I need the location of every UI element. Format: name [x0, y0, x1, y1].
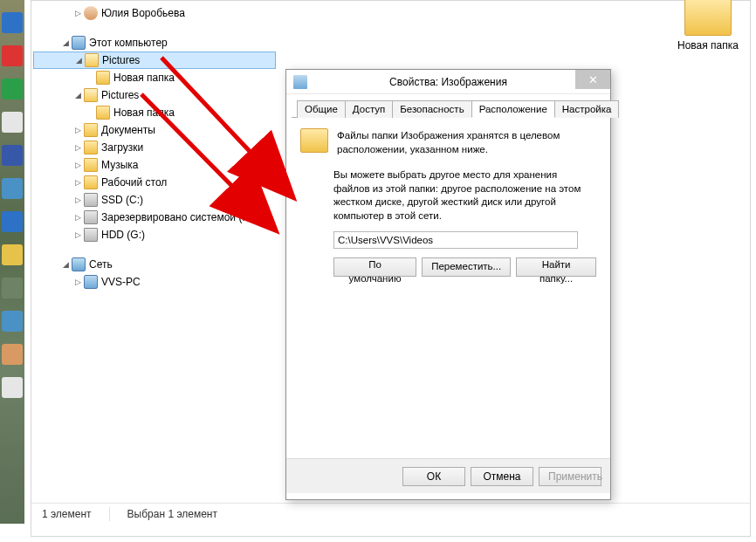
tree-label: Новая папка: [113, 72, 175, 84]
chevron-right-icon[interactable]: ▷: [72, 124, 84, 136]
dialog-titlebar[interactable]: Свойства: Изображения ✕: [286, 70, 610, 94]
move-button[interactable]: Переместить...: [422, 257, 511, 277]
drive-icon: [84, 210, 98, 224]
tree-item[interactable]: ▷Зарезервировано системой (F:): [33, 209, 276, 226]
tab-доступ[interactable]: Доступ: [345, 100, 393, 118]
status-selection: Выбран 1 элемент: [127, 508, 217, 520]
folder-icon: [96, 71, 110, 85]
tab-strip: ОбщиеДоступБезопасностьРасположениеНастр…: [292, 94, 605, 118]
chevron-right-icon[interactable]: ▷: [72, 176, 84, 189]
tree-item[interactable]: ◢Pictures: [33, 51, 276, 69]
tree-item-network-pc[interactable]: ▷ VVS-PC: [33, 273, 276, 291]
tree-item[interactable]: Новая папка: [33, 104, 276, 121]
restore-default-button[interactable]: По умолчанию: [333, 257, 416, 277]
tab-безопасность[interactable]: Безопасность: [392, 100, 471, 118]
tree-label: Этот компьютер: [89, 37, 168, 49]
tree-label: Рабочий стол: [101, 176, 167, 189]
info-text: Файлы папки Изображения хранятся в целев…: [337, 128, 596, 156]
tree-label: Новая папка: [113, 106, 175, 119]
desktop-shortcut[interactable]: [2, 112, 23, 133]
ok-button[interactable]: ОК: [402, 467, 465, 486]
find-target-button[interactable]: Найти папку...: [516, 257, 596, 277]
description-text: Вы можете выбрать другое место для хране…: [333, 168, 596, 223]
folder-icon: [84, 141, 98, 154]
chevron-down-icon[interactable]: ◢: [59, 258, 72, 271]
desktop-shortcut[interactable]: [2, 278, 23, 298]
tree-item[interactable]: ▷Музыка: [33, 156, 276, 174]
chevron-right-icon[interactable]: ▷: [72, 211, 84, 223]
tab-panel-location: Файлы папки Изображения хранятся в целев…: [286, 118, 610, 458]
close-icon: ✕: [588, 73, 598, 86]
close-button[interactable]: ✕: [575, 70, 610, 89]
user-icon: [84, 6, 98, 20]
desktop-shortcut[interactable]: [2, 344, 23, 365]
folder-icon: [84, 158, 98, 172]
chevron-down-icon[interactable]: ◢: [72, 54, 85, 66]
folder-icon: [300, 128, 328, 153]
path-input[interactable]: [333, 231, 578, 249]
tree-label: SSD (C:): [101, 194, 143, 206]
computer-icon: [72, 36, 86, 50]
tree-item[interactable]: ▷Документы: [33, 121, 276, 139]
dialog-title: Свойства: Изображения: [313, 76, 610, 88]
properties-dialog: Свойства: Изображения ✕ ОбщиеДоступБезоп…: [285, 69, 611, 500]
chevron-down-icon[interactable]: ◢: [72, 89, 84, 101]
chevron-right-icon[interactable]: ▷: [72, 194, 84, 206]
folder-icon: [84, 175, 98, 189]
tree-label: Pictures: [101, 89, 139, 101]
tree-item-computer[interactable]: ◢ Этот компьютер: [33, 34, 276, 51]
tree-label: Музыка: [101, 159, 138, 171]
tab-настройка[interactable]: Настройка: [554, 100, 620, 118]
folder-item[interactable]: Новая папка: [670, 0, 746, 51]
computer-icon: [84, 275, 98, 289]
desktop-shortcut[interactable]: [2, 211, 23, 232]
chevron-right-icon[interactable]: ▷: [72, 141, 84, 154]
tab-общие[interactable]: Общие: [297, 100, 346, 118]
desktop-shortcut[interactable]: [2, 178, 23, 199]
tree-label: HDD (G:): [101, 229, 145, 241]
drive-icon: [84, 228, 98, 242]
tree-item[interactable]: ▷HDD (G:): [33, 226, 276, 244]
desktop-shortcut[interactable]: [2, 145, 23, 166]
chevron-down-icon[interactable]: ◢: [59, 37, 72, 49]
desktop-shortcut[interactable]: [2, 311, 23, 332]
apply-button[interactable]: Применить: [539, 467, 601, 486]
status-count: 1 элемент: [42, 508, 92, 520]
tree-item-user[interactable]: ▷ Юлия Воробьева: [33, 4, 276, 22]
tree-item-network[interactable]: ◢ Сеть: [33, 256, 276, 273]
desktop-shortcut[interactable]: [2, 12, 23, 33]
desktop-shortcut[interactable]: [2, 244, 23, 265]
desktop-edge: [0, 0, 24, 524]
tree-item[interactable]: ▷SSD (C:): [33, 191, 276, 209]
folder-open-icon: [84, 88, 98, 102]
tree-item[interactable]: ▷Рабочий стол: [33, 174, 276, 191]
tree-item[interactable]: Новая папка: [33, 69, 276, 86]
folder-icon: [84, 123, 98, 137]
desktop-shortcut[interactable]: [2, 45, 23, 66]
status-bar: 1 элемент Выбран 1 элемент: [31, 503, 750, 524]
folder-icon: [684, 0, 732, 36]
tree-label: Юлия Воробьева: [101, 7, 185, 19]
chevron-right-icon[interactable]: ▷: [72, 7, 84, 19]
tree-item[interactable]: ▷Загрузки: [33, 139, 276, 156]
folder-open-icon: [85, 53, 99, 67]
chevron-right-icon[interactable]: ▷: [72, 159, 84, 171]
folder-icon: [293, 75, 307, 89]
tree-item[interactable]: ◢Pictures: [33, 86, 276, 104]
dialog-footer: ОК Отмена Применить: [286, 458, 610, 493]
folder-icon: [96, 106, 110, 120]
chevron-right-icon[interactable]: ▷: [72, 276, 84, 288]
tree-label: Документы: [101, 124, 155, 136]
drive-icon: [84, 193, 98, 207]
tab-расположение[interactable]: Расположение: [471, 100, 555, 118]
folder-name: Новая папка: [670, 39, 746, 51]
chevron-right-icon[interactable]: ▷: [72, 229, 84, 241]
network-icon: [72, 257, 86, 271]
cancel-button[interactable]: Отмена: [471, 467, 533, 486]
desktop-shortcut[interactable]: [2, 377, 23, 398]
tree-label: Зарезервировано системой (F:): [101, 211, 255, 223]
tree-label: VVS-PC: [101, 276, 141, 288]
desktop-shortcut[interactable]: [2, 79, 23, 99]
tree-label: Сеть: [89, 258, 113, 271]
navigation-tree[interactable]: ▷ Юлия Воробьева ◢ Этот компьютер ◢Pictu…: [31, 1, 276, 503]
